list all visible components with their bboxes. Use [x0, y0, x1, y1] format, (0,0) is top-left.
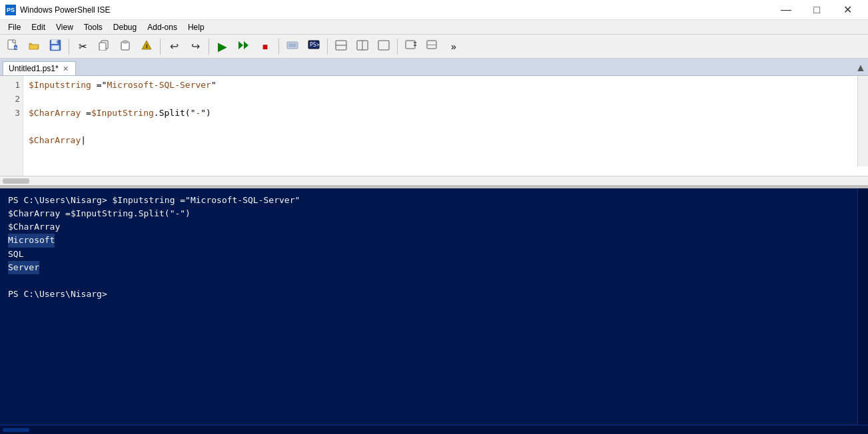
- console-line-5: SQL: [8, 248, 855, 261]
- runsel-icon: [238, 40, 250, 53]
- tab-label: Untitled1.ps1*: [9, 64, 59, 73]
- console-icon: PS>: [308, 40, 320, 53]
- scrollbar-thumb[interactable]: [3, 178, 29, 184]
- undo-button[interactable]: ↩: [164, 37, 184, 56]
- title-bar-title: Windows PowerShell ISE: [20, 5, 110, 15]
- new-icon: N: [7, 39, 19, 53]
- console-horizontal-scrollbar[interactable]: [0, 425, 868, 434]
- title-bar: PS Windows PowerShell ISE — □ ✕: [0, 0, 868, 20]
- editor-area: 1 2 3 $Inputstring ="Microsoft-SQL-Serve…: [0, 76, 868, 186]
- svg-text:N: N: [15, 46, 17, 50]
- menu-tools[interactable]: Tools: [79, 21, 108, 33]
- runsel-button[interactable]: [234, 37, 254, 56]
- line-num-2: 2: [3, 93, 20, 107]
- svg-rect-5: [57, 41, 58, 43]
- svg-rect-26: [414, 42, 416, 43]
- script-pane-icon: [405, 40, 417, 53]
- svg-rect-27: [414, 45, 416, 46]
- toolbar-sep-3: [209, 39, 209, 55]
- line-num-3: 3: [3, 107, 20, 120]
- code-token: $Inputstring: [29, 80, 97, 90]
- save-icon: [49, 39, 61, 53]
- code-token: $CharArray: [29, 135, 81, 145]
- stop-button[interactable]: ■: [255, 37, 275, 56]
- tab-bar: Untitled1.ps1* ✕ ▲: [0, 59, 868, 76]
- menu-debug[interactable]: Debug: [108, 21, 142, 33]
- svg-rect-7: [53, 46, 58, 49]
- layout2-icon: [356, 40, 368, 53]
- code-line-2: $CharArray =$InputString.Split("-"): [29, 107, 863, 120]
- run-icon: ▶: [218, 39, 227, 54]
- run-button[interactable]: ▶: [213, 37, 232, 56]
- tab-close-button[interactable]: ✕: [61, 65, 70, 73]
- menu-addons[interactable]: Add-ons: [142, 21, 183, 33]
- copy-button[interactable]: [94, 37, 114, 56]
- script-pane-button[interactable]: [401, 37, 421, 56]
- console-pane-icon: [426, 40, 438, 53]
- new-button[interactable]: N: [3, 37, 23, 56]
- split-container: 1 2 3 $Inputstring ="Microsoft-SQL-Serve…: [0, 76, 868, 434]
- remote-icon: [286, 40, 298, 53]
- layout3-button[interactable]: [374, 37, 394, 56]
- code-line-1: $Inputstring ="Microsoft-SQL-Server": [29, 79, 863, 93]
- menu-file[interactable]: File: [3, 21, 26, 33]
- console-vertical-scrollbar[interactable]: [857, 188, 868, 425]
- layout3-icon: [378, 40, 390, 53]
- code-line-3: $CharArray|: [29, 134, 863, 148]
- code-token: $CharArray: [29, 108, 86, 118]
- open-icon: [28, 39, 40, 53]
- svg-rect-9: [99, 43, 106, 51]
- minimize-button[interactable]: —: [771, 0, 801, 20]
- menu-view[interactable]: View: [51, 21, 79, 33]
- cut-button[interactable]: ✂: [73, 37, 93, 56]
- more-button[interactable]: »: [444, 37, 464, 56]
- toolbar-sep-1: [69, 39, 69, 55]
- remote-button[interactable]: [282, 37, 302, 56]
- svg-marker-14: [238, 41, 243, 49]
- svg-rect-24: [378, 41, 389, 50]
- svg-rect-25: [406, 41, 415, 49]
- undo-icon: ↩: [170, 40, 179, 53]
- editor-vertical-scrollbar[interactable]: [857, 76, 868, 166]
- copy-icon: [99, 40, 109, 53]
- debug-button[interactable]: !: [137, 37, 157, 56]
- paste-icon: [120, 40, 131, 53]
- menu-edit[interactable]: Edit: [26, 21, 51, 33]
- scroll-up-button[interactable]: ▲: [853, 61, 868, 75]
- svg-text:!: !: [146, 43, 148, 49]
- debug-icon: !: [141, 40, 152, 53]
- editor-horizontal-scrollbar[interactable]: [0, 176, 868, 185]
- more-icon: »: [451, 41, 456, 52]
- console-line-6: Server: [8, 261, 855, 274]
- code-editor[interactable]: $Inputstring ="Microsoft-SQL-Server" $Ch…: [23, 76, 868, 176]
- svg-text:PS>: PS>: [310, 42, 320, 48]
- console-scrollbar-thumb[interactable]: [3, 428, 29, 432]
- toolbar-sep-5: [327, 39, 328, 55]
- menu-help[interactable]: Help: [183, 21, 210, 33]
- save-button[interactable]: [45, 37, 65, 56]
- console-pane-button[interactable]: [422, 37, 442, 56]
- console-line-7: [8, 274, 855, 288]
- app-icon: PS: [5, 5, 16, 15]
- code-token: -: [195, 108, 201, 118]
- console-line-3: $CharArray: [8, 220, 855, 234]
- layout1-button[interactable]: [331, 37, 351, 56]
- main-container: Untitled1.ps1* ✕ ▲ 1 2 3 $Inputstring ="…: [0, 59, 868, 434]
- close-button[interactable]: ✕: [832, 0, 863, 20]
- redo-button[interactable]: ↪: [185, 37, 205, 56]
- stop-icon: ■: [262, 41, 268, 52]
- maximize-button[interactable]: □: [801, 0, 832, 20]
- console-area[interactable]: PS C:\Users\Nisarg> $Inputstring ="Micro…: [0, 188, 868, 425]
- line-num-1: 1: [3, 79, 20, 93]
- open-button[interactable]: [24, 37, 44, 56]
- title-bar-left: PS Windows PowerShell ISE: [5, 5, 110, 15]
- toolbar-sep-6: [397, 39, 398, 55]
- tab-untitled1[interactable]: Untitled1.ps1* ✕: [3, 61, 76, 75]
- cut-icon: ✂: [79, 41, 87, 53]
- console-button[interactable]: PS>: [304, 37, 324, 56]
- console-line-4: Microsoft: [8, 234, 855, 247]
- layout2-button[interactable]: [352, 37, 372, 56]
- paste-button[interactable]: [115, 37, 135, 56]
- console-wrapper: PS C:\Users\Nisarg> $Inputstring ="Micro…: [0, 188, 868, 434]
- redo-icon: ↪: [191, 40, 200, 53]
